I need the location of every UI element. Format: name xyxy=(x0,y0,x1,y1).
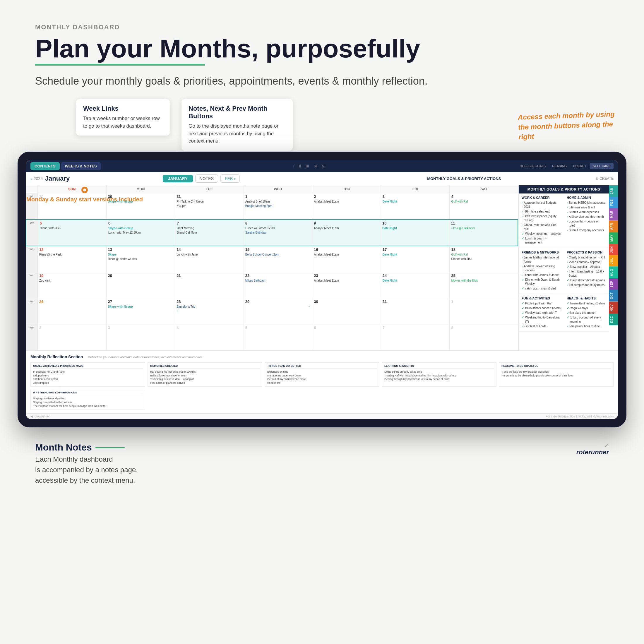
feb-btn[interactable]: FEB › xyxy=(220,174,240,183)
january-btn[interactable]: JANUARY xyxy=(163,175,193,182)
month-tab-oct[interactable]: OCT xyxy=(609,290,618,302)
day-jan7[interactable]: 7 Dept Meeting Brand Call 9pm xyxy=(175,220,244,246)
month-notes-section: Month Notes Each Monthly dashboard is ac… xyxy=(35,442,138,486)
day-jan16[interactable]: 16 Analyst Meet 11am xyxy=(312,246,381,272)
nav-tab-selfcare[interactable]: SELF CARE xyxy=(590,163,614,169)
day-jan29[interactable]: 29 → xyxy=(244,298,312,324)
month-tab-sep[interactable]: SEP xyxy=(609,278,618,290)
month-tab-feb[interactable]: FEB xyxy=(609,197,618,208)
day-jan5[interactable]: 5 Dinner with JBJ xyxy=(38,220,107,246)
day-header-sat: SAT xyxy=(449,185,518,193)
week-links-text: Tap a weeks number or weeks row to go to… xyxy=(83,115,163,130)
day-jan1[interactable]: 1 Analyst Brief 10am Budget Meeting 2pm xyxy=(244,193,312,219)
day-header-wed: WED xyxy=(244,185,312,193)
day-jan30b[interactable]: 30 xyxy=(312,298,381,324)
day-feb6[interactable]: 6 xyxy=(312,324,381,350)
day-header-fri: FRI xyxy=(381,185,450,193)
nav-tab-bucket[interactable]: BUCKET xyxy=(570,163,589,169)
day-jan4[interactable]: 4 Golf with Raf xyxy=(449,193,518,219)
day-feb3[interactable]: 3 xyxy=(106,324,175,350)
week-num-5[interactable]: W5 xyxy=(26,298,37,324)
nav-tab-reading[interactable]: READING xyxy=(549,163,570,169)
main-title: Plan your Months, purposefully xyxy=(35,36,609,61)
create-btn[interactable]: ⊕ CREATE xyxy=(595,177,614,181)
day-jan3[interactable]: 3 Date Night xyxy=(381,193,450,219)
nav-tab-contents[interactable]: CONTENTS xyxy=(30,162,60,170)
ref-col-grateful: REASONS TO BE GRATEFUL T and the kids ar… xyxy=(499,362,614,387)
reflection-section: Monthly Reflection Section Reflect on yo… xyxy=(26,350,618,413)
day-jan31b[interactable]: 31 xyxy=(381,298,450,324)
day-jan31[interactable]: 31 PH Talk to Cnf Union 3:30pm xyxy=(175,193,244,219)
day-feb1[interactable]: 1 xyxy=(449,298,518,324)
notes-callout-title: Notes, Next & Prev Month Buttons xyxy=(189,105,286,120)
nav-tab-weeks[interactable]: WEEKS & NOTES xyxy=(61,162,101,170)
title-underline xyxy=(35,64,205,66)
month-nav-center: JANUARY NOTES FEB › xyxy=(70,174,333,183)
reflection-title: Monthly Reflection Section xyxy=(30,354,83,359)
goals-friends: FRIENDS & NETWORKS James Mathis Internat… xyxy=(519,248,564,294)
brand-logo: ↗ roterunner xyxy=(576,442,609,456)
day-jan24[interactable]: 24 Date Night xyxy=(381,272,450,298)
calendar-week-2: W2 5 Dinner with JBJ 6 Skype with Group … xyxy=(26,219,518,246)
week-num-3[interactable]: W3 xyxy=(26,246,37,272)
month-tab-jul[interactable]: JUL xyxy=(609,255,618,266)
day-jan27[interactable]: 27 Skype with Group xyxy=(106,298,175,324)
nav-tab-roles[interactable]: ROLES & GOALS xyxy=(517,163,549,169)
day-jan17[interactable]: 17 Date Night xyxy=(381,246,450,272)
week-links-title: Week Links xyxy=(83,105,163,112)
calendar-week-5: W5 26 27 Skype with Group 28 Barcelona T… xyxy=(26,298,518,324)
week-num-6[interactable]: W6 xyxy=(26,324,37,350)
goals-panel-label: MONTHLY GOALS & PRIORITY ACTIONS xyxy=(333,177,595,181)
month-tab-mar[interactable]: MAR xyxy=(609,208,618,220)
day-jan15[interactable]: 15 Bella School Concert 2pm xyxy=(244,246,312,272)
month-tab-apr[interactable]: APR xyxy=(609,220,618,232)
day-feb4[interactable]: 4 xyxy=(175,324,244,350)
notes-callout: Notes, Next & Prev Month Buttons Go to t… xyxy=(181,99,293,151)
day-jan19[interactable]: 19 Zoo visit xyxy=(37,272,106,298)
month-tab-jan[interactable]: JAN xyxy=(609,185,618,197)
day-jan2[interactable]: 2 Analyst Meet 11am xyxy=(312,193,381,219)
day-jan12[interactable]: 12 Films @ the Park xyxy=(37,246,106,272)
month-notes-title: Month Notes xyxy=(35,442,138,453)
day-jan26[interactable]: 26 xyxy=(37,298,106,324)
day-feb2[interactable]: 2 xyxy=(37,324,106,350)
month-tab-dec[interactable]: DEC xyxy=(609,314,618,325)
tablet-bottom-bar: ◀ roroterunner For more tutorials, tips … xyxy=(26,413,618,419)
day-jan22[interactable]: 22 Mikes Birthday! xyxy=(244,272,312,298)
ref-col-goals: GOALS ACHIEVED & PROGRESS MADE In esciti… xyxy=(30,362,145,387)
day-jan25[interactable]: 25 Movies with the Kids xyxy=(449,272,518,298)
month-tab-nov[interactable]: NOV xyxy=(609,302,618,314)
day-feb8[interactable]: 8 xyxy=(449,324,518,350)
day-header-tue: TUE xyxy=(175,185,244,193)
week-num-4[interactable]: W4 xyxy=(26,272,37,298)
notes-btn[interactable]: NOTES xyxy=(195,174,218,183)
day-jan9[interactable]: 9 Analyst Meet 11am xyxy=(312,220,381,246)
day-jan18[interactable]: 18 Golf with Raf Dinner with JBJ xyxy=(449,246,518,272)
day-jan14[interactable]: 14 Lunch with Jane xyxy=(175,246,244,272)
day-feb5[interactable]: 5 xyxy=(244,324,312,350)
day-jan21[interactable]: 21 xyxy=(175,272,244,298)
day-jan11[interactable]: 11 Films @ Park 6pm xyxy=(449,220,518,246)
notes-callout-text: Go to the displayed months note page or … xyxy=(189,122,286,145)
month-tab-jun[interactable]: JUN xyxy=(609,244,618,255)
nav-roman-numerals: I II III IV V xyxy=(293,164,325,168)
month-tab-may[interactable]: MAY xyxy=(609,232,618,244)
month-title: January xyxy=(45,175,70,182)
subtitle: Schedule your monthly goals & priorities… xyxy=(35,75,609,87)
day-jan10[interactable]: 10 Date Night xyxy=(381,220,449,246)
day-jan20[interactable]: 20 xyxy=(106,272,175,298)
right-callout: Access each month by using the month but… xyxy=(518,111,618,140)
day-jan28[interactable]: 28 Barcelona Trip ← xyxy=(175,298,244,324)
day-feb7[interactable]: 7 xyxy=(381,324,450,350)
week-num-2[interactable]: W2 xyxy=(26,220,38,246)
year-nav: ‹ 2025 xyxy=(30,176,43,181)
prev-year-btn[interactable]: ‹ xyxy=(30,176,32,181)
goals-panel-header: MONTHLY GOALS & PRIORITY ACTIONS xyxy=(519,185,609,193)
ref-col-learning: LEARNING & INSIGHTS Doing things properl… xyxy=(382,362,496,387)
month-tab-aug[interactable]: AUG xyxy=(609,266,618,278)
goals-activities: FUN & ACTIVITIES Pitch & putt with Raf B… xyxy=(519,294,564,332)
day-jan13[interactable]: 13 Skype Diner @ clarks w/ kids xyxy=(106,246,175,272)
day-jan23[interactable]: 23 Analyst Meet 11am xyxy=(312,272,381,298)
day-jan6[interactable]: 6 Skype with Group Lunch with May 12:30p… xyxy=(107,220,175,246)
day-jan8[interactable]: 8 Lunch w/ James 12:30 Sarahs Birthday xyxy=(244,220,312,246)
